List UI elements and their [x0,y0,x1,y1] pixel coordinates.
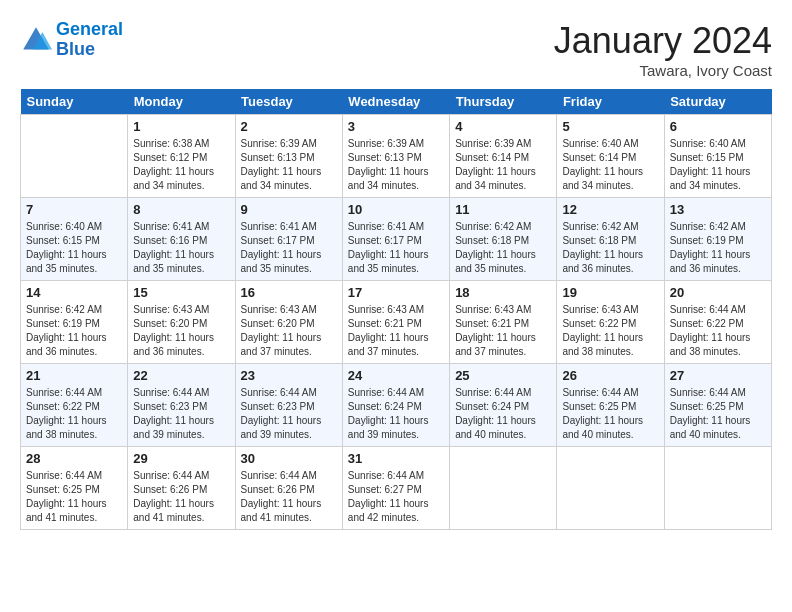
calendar-cell: 7Sunrise: 6:40 AMSunset: 6:15 PMDaylight… [21,198,128,281]
calendar-cell: 20Sunrise: 6:44 AMSunset: 6:22 PMDayligh… [664,281,771,364]
calendar-cell: 11Sunrise: 6:42 AMSunset: 6:18 PMDayligh… [450,198,557,281]
calendar-week-3: 14Sunrise: 6:42 AMSunset: 6:19 PMDayligh… [21,281,772,364]
day-info: Sunrise: 6:41 AMSunset: 6:16 PMDaylight:… [133,220,229,276]
calendar-cell: 13Sunrise: 6:42 AMSunset: 6:19 PMDayligh… [664,198,771,281]
calendar-cell: 6Sunrise: 6:40 AMSunset: 6:15 PMDaylight… [664,115,771,198]
day-info: Sunrise: 6:44 AMSunset: 6:24 PMDaylight:… [348,386,444,442]
day-info: Sunrise: 6:42 AMSunset: 6:18 PMDaylight:… [455,220,551,276]
day-info: Sunrise: 6:44 AMSunset: 6:23 PMDaylight:… [133,386,229,442]
calendar-cell: 19Sunrise: 6:43 AMSunset: 6:22 PMDayligh… [557,281,664,364]
day-number: 17 [348,285,444,300]
day-info: Sunrise: 6:41 AMSunset: 6:17 PMDaylight:… [348,220,444,276]
calendar-week-1: 1Sunrise: 6:38 AMSunset: 6:12 PMDaylight… [21,115,772,198]
calendar-cell: 23Sunrise: 6:44 AMSunset: 6:23 PMDayligh… [235,364,342,447]
day-number: 27 [670,368,766,383]
day-info: Sunrise: 6:38 AMSunset: 6:12 PMDaylight:… [133,137,229,193]
day-info: Sunrise: 6:44 AMSunset: 6:25 PMDaylight:… [562,386,658,442]
day-number: 2 [241,119,337,134]
day-number: 12 [562,202,658,217]
day-info: Sunrise: 6:43 AMSunset: 6:22 PMDaylight:… [562,303,658,359]
day-number: 1 [133,119,229,134]
calendar-cell: 25Sunrise: 6:44 AMSunset: 6:24 PMDayligh… [450,364,557,447]
logo-text: General Blue [56,20,123,60]
calendar-cell: 22Sunrise: 6:44 AMSunset: 6:23 PMDayligh… [128,364,235,447]
page-header: General Blue January 2024 Tawara, Ivory … [20,20,772,79]
day-number: 24 [348,368,444,383]
calendar-cell [664,447,771,530]
day-info: Sunrise: 6:40 AMSunset: 6:15 PMDaylight:… [26,220,122,276]
day-number: 6 [670,119,766,134]
calendar-cell: 24Sunrise: 6:44 AMSunset: 6:24 PMDayligh… [342,364,449,447]
day-number: 23 [241,368,337,383]
calendar-cell: 1Sunrise: 6:38 AMSunset: 6:12 PMDaylight… [128,115,235,198]
column-header-monday: Monday [128,89,235,115]
calendar-cell: 9Sunrise: 6:41 AMSunset: 6:17 PMDaylight… [235,198,342,281]
column-header-sunday: Sunday [21,89,128,115]
logo: General Blue [20,20,123,60]
calendar-cell: 31Sunrise: 6:44 AMSunset: 6:27 PMDayligh… [342,447,449,530]
day-info: Sunrise: 6:43 AMSunset: 6:21 PMDaylight:… [348,303,444,359]
day-info: Sunrise: 6:44 AMSunset: 6:23 PMDaylight:… [241,386,337,442]
day-info: Sunrise: 6:41 AMSunset: 6:17 PMDaylight:… [241,220,337,276]
column-header-tuesday: Tuesday [235,89,342,115]
calendar-cell: 2Sunrise: 6:39 AMSunset: 6:13 PMDaylight… [235,115,342,198]
day-number: 3 [348,119,444,134]
day-number: 11 [455,202,551,217]
day-info: Sunrise: 6:39 AMSunset: 6:13 PMDaylight:… [348,137,444,193]
day-info: Sunrise: 6:44 AMSunset: 6:25 PMDaylight:… [26,469,122,525]
day-info: Sunrise: 6:44 AMSunset: 6:27 PMDaylight:… [348,469,444,525]
calendar-cell: 15Sunrise: 6:43 AMSunset: 6:20 PMDayligh… [128,281,235,364]
day-number: 19 [562,285,658,300]
day-info: Sunrise: 6:44 AMSunset: 6:25 PMDaylight:… [670,386,766,442]
day-number: 13 [670,202,766,217]
day-info: Sunrise: 6:44 AMSunset: 6:22 PMDaylight:… [26,386,122,442]
location: Tawara, Ivory Coast [554,62,772,79]
day-info: Sunrise: 6:39 AMSunset: 6:13 PMDaylight:… [241,137,337,193]
calendar-cell: 21Sunrise: 6:44 AMSunset: 6:22 PMDayligh… [21,364,128,447]
calendar-cell: 27Sunrise: 6:44 AMSunset: 6:25 PMDayligh… [664,364,771,447]
calendar-cell: 30Sunrise: 6:44 AMSunset: 6:26 PMDayligh… [235,447,342,530]
calendar-week-5: 28Sunrise: 6:44 AMSunset: 6:25 PMDayligh… [21,447,772,530]
day-number: 16 [241,285,337,300]
calendar-week-2: 7Sunrise: 6:40 AMSunset: 6:15 PMDaylight… [21,198,772,281]
day-info: Sunrise: 6:43 AMSunset: 6:20 PMDaylight:… [133,303,229,359]
day-number: 28 [26,451,122,466]
day-number: 26 [562,368,658,383]
day-number: 7 [26,202,122,217]
column-header-saturday: Saturday [664,89,771,115]
day-number: 21 [26,368,122,383]
column-header-wednesday: Wednesday [342,89,449,115]
day-info: Sunrise: 6:39 AMSunset: 6:14 PMDaylight:… [455,137,551,193]
day-number: 9 [241,202,337,217]
calendar-header-row: SundayMondayTuesdayWednesdayThursdayFrid… [21,89,772,115]
calendar-cell: 5Sunrise: 6:40 AMSunset: 6:14 PMDaylight… [557,115,664,198]
day-info: Sunrise: 6:42 AMSunset: 6:18 PMDaylight:… [562,220,658,276]
day-number: 22 [133,368,229,383]
day-number: 15 [133,285,229,300]
day-info: Sunrise: 6:44 AMSunset: 6:24 PMDaylight:… [455,386,551,442]
calendar-cell: 17Sunrise: 6:43 AMSunset: 6:21 PMDayligh… [342,281,449,364]
month-title: January 2024 [554,20,772,62]
calendar-cell [21,115,128,198]
day-info: Sunrise: 6:43 AMSunset: 6:21 PMDaylight:… [455,303,551,359]
day-info: Sunrise: 6:44 AMSunset: 6:26 PMDaylight:… [241,469,337,525]
day-info: Sunrise: 6:40 AMSunset: 6:14 PMDaylight:… [562,137,658,193]
day-number: 5 [562,119,658,134]
day-number: 20 [670,285,766,300]
calendar-table: SundayMondayTuesdayWednesdayThursdayFrid… [20,89,772,530]
day-number: 29 [133,451,229,466]
day-number: 4 [455,119,551,134]
day-number: 31 [348,451,444,466]
calendar-cell: 18Sunrise: 6:43 AMSunset: 6:21 PMDayligh… [450,281,557,364]
calendar-cell: 10Sunrise: 6:41 AMSunset: 6:17 PMDayligh… [342,198,449,281]
day-number: 25 [455,368,551,383]
day-number: 14 [26,285,122,300]
day-info: Sunrise: 6:42 AMSunset: 6:19 PMDaylight:… [26,303,122,359]
logo-icon [20,24,52,56]
calendar-cell: 3Sunrise: 6:39 AMSunset: 6:13 PMDaylight… [342,115,449,198]
day-info: Sunrise: 6:44 AMSunset: 6:22 PMDaylight:… [670,303,766,359]
column-header-thursday: Thursday [450,89,557,115]
calendar-cell: 26Sunrise: 6:44 AMSunset: 6:25 PMDayligh… [557,364,664,447]
calendar-cell [557,447,664,530]
day-number: 30 [241,451,337,466]
